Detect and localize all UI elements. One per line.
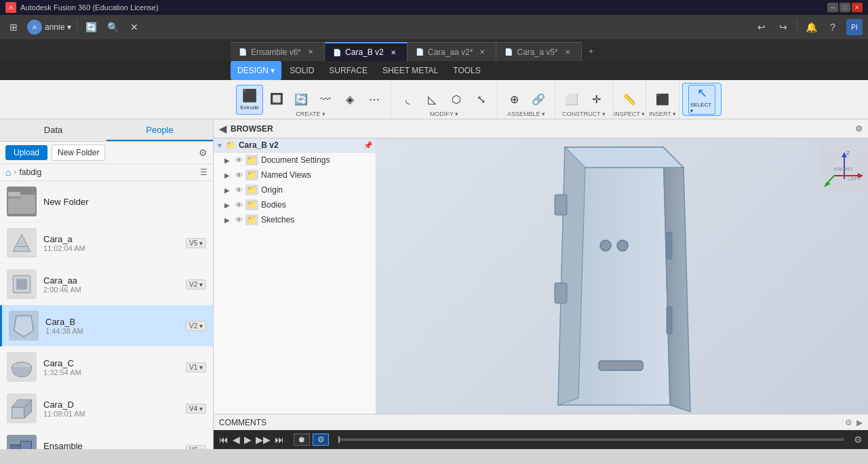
people-tab[interactable]: People bbox=[106, 119, 213, 141]
list-item[interactable]: Cara_D 11:08:01 AM V4 ▾ bbox=[0, 388, 213, 429]
ribbon: ⬛ Extrude 🔲 🔄 〰 ◈ ⋯ CREATE ▾ ◟ ◺ ⬡ bbox=[0, 80, 868, 119]
axis-indicator: Z LEFT FRONT bbox=[821, 145, 861, 186]
version-badge[interactable]: V2 ▾ bbox=[186, 321, 206, 331]
joint-button[interactable]: 🔗 bbox=[528, 85, 549, 115]
eye-icon[interactable]: 👁 bbox=[235, 156, 243, 164]
panel-settings-icon[interactable]: ⚙ bbox=[199, 147, 208, 158]
insert-mesh-button[interactable]: ⬛ bbox=[652, 85, 673, 115]
new-component-button[interactable]: ⊕ bbox=[503, 85, 525, 115]
eye-icon[interactable]: 👁 bbox=[235, 171, 243, 179]
comments-expand-icon[interactable]: ▶ bbox=[856, 418, 863, 427]
sheet-metal-menu[interactable]: SHEET METAL bbox=[376, 61, 445, 80]
timeline-play-icon[interactable]: ▶ bbox=[244, 434, 252, 445]
svg-text:LEFT: LEFT bbox=[848, 176, 861, 182]
user-menu[interactable]: A annie ▾ bbox=[27, 20, 71, 35]
sort-icon[interactable]: ☰ bbox=[200, 168, 208, 177]
tools-menu[interactable]: TOOLS bbox=[446, 61, 487, 80]
maximize-button[interactable]: □ bbox=[840, 3, 850, 12]
undo-button[interactable]: ↩ bbox=[753, 19, 770, 35]
refresh-icon[interactable]: 🔄 bbox=[83, 19, 99, 35]
list-item[interactable]: New Folder bbox=[0, 181, 213, 223]
tab-cara-a5[interactable]: 📄 Cara_a v5* ✕ bbox=[496, 42, 581, 61]
version-badge[interactable]: V4 ▾ bbox=[186, 404, 206, 414]
tree-sketches[interactable]: ▶ 👁 📁 Sketches bbox=[214, 212, 376, 227]
tree-root-item[interactable]: ▼ 📁 Cara_B v2 📌 bbox=[214, 138, 376, 153]
list-item[interactable]: Cara_B 1:44:38 AM V2 ▾ bbox=[0, 305, 213, 347]
list-item[interactable]: Cara_aa 2:00:46 AM V2 ▾ bbox=[0, 264, 213, 305]
tab-cara-a5-close[interactable]: ✕ bbox=[562, 47, 573, 58]
help-icon[interactable]: ? bbox=[825, 19, 841, 35]
tab-ensamble[interactable]: 📄 Ensamble v6* ✕ bbox=[231, 42, 325, 61]
folder-small-icon: 📁 bbox=[245, 155, 258, 166]
version-badge[interactable]: V5 ▾ bbox=[186, 238, 206, 248]
redo-button[interactable]: ↪ bbox=[775, 19, 791, 35]
timeline-next-icon[interactable]: ▶▶ bbox=[256, 434, 271, 445]
tree-collapse-icon: ▼ bbox=[216, 142, 223, 149]
create-more-button[interactable]: ⋯ bbox=[363, 85, 385, 115]
timeline-gear-icon[interactable]: ⚙ bbox=[854, 434, 863, 445]
browser-settings-icon[interactable]: ⚙ bbox=[855, 124, 863, 134]
profile-icon[interactable]: PI bbox=[846, 19, 863, 35]
viewport[interactable]: Z LEFT FRONT bbox=[376, 138, 868, 414]
list-item[interactable]: Cara_C 1:32:54 AM V1 ▾ bbox=[0, 347, 213, 388]
comments-settings-icon[interactable]: ⚙ bbox=[845, 418, 852, 427]
minimize-button[interactable]: ─ bbox=[827, 3, 838, 12]
data-tab[interactable]: Data bbox=[0, 119, 106, 141]
select-button[interactable]: ↖ SELECT ▾ bbox=[688, 85, 715, 115]
tab-cara-aa-close[interactable]: ✕ bbox=[477, 47, 488, 58]
create-box-button[interactable]: 🔲 bbox=[266, 85, 288, 115]
design-menu[interactable]: DESIGN ▾ bbox=[231, 61, 281, 80]
timeline-record-icon[interactable]: ⏺ bbox=[294, 433, 310, 446]
version-badge[interactable]: V1 ▾ bbox=[186, 362, 206, 372]
eye-icon[interactable]: 👁 bbox=[235, 186, 243, 194]
file-name: Cara_a bbox=[43, 234, 179, 244]
search-icon[interactable]: 🔍 bbox=[104, 19, 121, 35]
tree-named-views[interactable]: ▶ 👁 📁 Named Views bbox=[214, 168, 376, 182]
select-section: ↖ SELECT ▾ bbox=[682, 83, 722, 116]
create-sweep-button[interactable]: 〰 bbox=[315, 85, 336, 115]
shell-button[interactable]: ⬡ bbox=[446, 85, 467, 115]
notification-icon[interactable]: 🔔 bbox=[803, 19, 819, 35]
tree-origin[interactable]: ▶ 👁 📁 Origin bbox=[214, 182, 376, 197]
tree-doc-settings[interactable]: ▶ 👁 📁 Document Settings bbox=[214, 153, 376, 168]
file-info: Cara_B 1:44:38 AM bbox=[45, 317, 179, 335]
breadcrumb-separator: › bbox=[14, 168, 16, 177]
scale-button[interactable]: ⤡ bbox=[470, 85, 492, 115]
tab-ensamble-close[interactable]: ✕ bbox=[305, 47, 316, 58]
list-item[interactable]: Ensamble 10:55:56 AM V6 ▾ bbox=[0, 429, 213, 449]
version-badge[interactable]: V2 ▾ bbox=[186, 279, 206, 290]
fillet-button[interactable]: ◟ bbox=[397, 85, 418, 115]
close-button[interactable]: ✕ bbox=[852, 3, 863, 12]
home-icon[interactable]: ⌂ bbox=[5, 167, 11, 178]
tab-cara-b[interactable]: 📄 Cara_B v2 ✕ bbox=[325, 42, 408, 61]
axis-button[interactable]: ✛ bbox=[585, 85, 607, 115]
tree-pin-icon[interactable]: 📌 bbox=[363, 141, 373, 150]
create-extrude-button[interactable]: ⬛ Extrude bbox=[236, 85, 263, 115]
timeline-last-icon[interactable]: ⏭ bbox=[275, 434, 284, 445]
measure-button[interactable]: 📏 bbox=[618, 85, 640, 115]
create-revolve-button[interactable]: 🔄 bbox=[290, 85, 312, 115]
new-folder-button[interactable]: New Folder bbox=[52, 144, 105, 161]
timeline-prev-icon[interactable]: ◀ bbox=[233, 434, 240, 445]
svg-rect-17 bbox=[555, 195, 567, 215]
timeline-first-icon[interactable]: ⏮ bbox=[219, 434, 229, 445]
browser-collapse-icon[interactable]: ◀ bbox=[219, 123, 226, 134]
new-tab-button[interactable]: + bbox=[582, 42, 601, 61]
list-item[interactable]: Cara_a 11:02:04 AM V5 ▾ bbox=[0, 223, 213, 264]
close-panel-icon[interactable]: ✕ bbox=[126, 19, 142, 35]
create-loft-button[interactable]: ◈ bbox=[339, 85, 361, 115]
tab-cara-aa[interactable]: 📄 Cara_aa v2* ✕ bbox=[408, 42, 497, 61]
upload-button[interactable]: Upload bbox=[5, 145, 47, 160]
grid-icon[interactable]: ⊞ bbox=[5, 19, 22, 35]
tab-cara-b-close[interactable]: ✕ bbox=[388, 47, 399, 58]
folder-small-icon: 📁 bbox=[245, 170, 258, 180]
surface-menu[interactable]: SURFACE bbox=[322, 61, 374, 80]
tree-bodies[interactable]: ▶ 👁 📁 Bodies bbox=[214, 197, 376, 212]
eye-icon[interactable]: 👁 bbox=[235, 216, 243, 224]
plane-button[interactable]: ⬜ bbox=[561, 85, 583, 115]
solid-menu[interactable]: SOLID bbox=[283, 61, 321, 80]
timeline-settings-icon[interactable]: ⚙ bbox=[313, 433, 329, 446]
version-badge[interactable]: V6 ▾ bbox=[186, 445, 206, 450]
chamfer-button[interactable]: ◺ bbox=[421, 85, 443, 115]
eye-icon[interactable]: 👁 bbox=[235, 201, 243, 209]
